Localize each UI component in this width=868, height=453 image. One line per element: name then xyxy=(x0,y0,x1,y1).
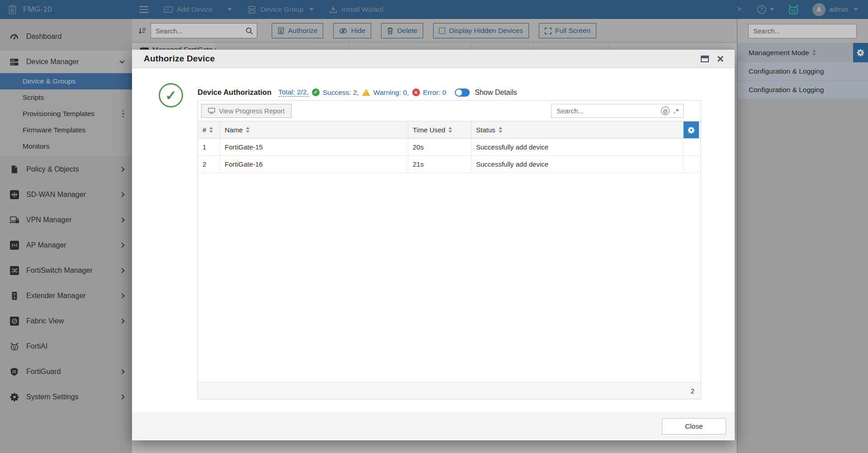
results-panel: View Progress Report @ .* # Name xyxy=(198,100,701,399)
regex-icon[interactable]: .* xyxy=(674,108,679,114)
authorize-device-modal: Authorize Device × ✓ Device Authorizatio… xyxy=(132,50,735,440)
modal-title: Authorize Device xyxy=(132,54,215,64)
results-search-box: @ .* xyxy=(551,104,684,118)
sort-arrows-icon xyxy=(448,127,452,133)
table-settings-button[interactable] xyxy=(684,121,699,138)
column-header-status[interactable]: Status xyxy=(472,121,684,138)
success-count: Success: 2, xyxy=(323,89,359,97)
warning-triangle-icon: ! xyxy=(362,89,370,96)
sort-arrows-icon xyxy=(499,127,502,133)
show-details-label: Show Details xyxy=(475,89,517,97)
success-circle-icon: ✓ xyxy=(159,83,183,107)
error-circle-icon: × xyxy=(412,89,420,96)
view-progress-report-button[interactable]: View Progress Report xyxy=(201,104,292,118)
modal-controls: × xyxy=(701,53,735,65)
row-count: 2 xyxy=(691,387,694,395)
results-table-header: # Name Time Used Status xyxy=(198,121,701,139)
at-search-icon[interactable]: @ xyxy=(661,107,670,115)
total-count-link[interactable]: Total: 2/2, xyxy=(278,88,309,97)
column-header-time-used[interactable]: Time Used xyxy=(408,121,472,138)
warning-count: Warning: 0, xyxy=(373,89,409,97)
fortimanager-screen: FMG-10 Add Device xyxy=(0,0,868,453)
modal-body: ✓ Device Authorization Total: 2/2, ✓ Suc… xyxy=(132,68,735,412)
modal-footer: Close xyxy=(132,412,735,440)
table-footer: 2 xyxy=(198,382,701,399)
table-row[interactable]: 1 FortiGate-15 20s Successfully add devi… xyxy=(198,139,701,156)
show-details-toggle[interactable] xyxy=(455,89,470,97)
error-count: Error: 0 xyxy=(423,89,447,97)
close-button[interactable]: Close xyxy=(662,418,726,434)
sort-arrows-icon xyxy=(209,127,213,133)
table-empty-space xyxy=(198,173,701,382)
modal-header: Authorize Device × xyxy=(132,50,735,68)
monitor-icon xyxy=(208,107,215,114)
results-toolbar: View Progress Report @ .* xyxy=(198,101,701,121)
column-header-num[interactable]: # xyxy=(198,121,220,138)
summary-heading: Device Authorization xyxy=(198,88,272,97)
close-icon[interactable]: × xyxy=(717,53,724,65)
table-row[interactable]: 2 FortiGate-16 21s Successfully add devi… xyxy=(198,156,701,173)
sort-arrows-icon xyxy=(246,127,250,133)
maximize-icon[interactable] xyxy=(701,56,709,62)
authorization-summary: Device Authorization Total: 2/2, ✓ Succe… xyxy=(198,88,517,97)
results-search-input[interactable] xyxy=(557,107,657,115)
check-circle-icon: ✓ xyxy=(312,89,320,96)
column-header-name[interactable]: Name xyxy=(220,121,408,138)
